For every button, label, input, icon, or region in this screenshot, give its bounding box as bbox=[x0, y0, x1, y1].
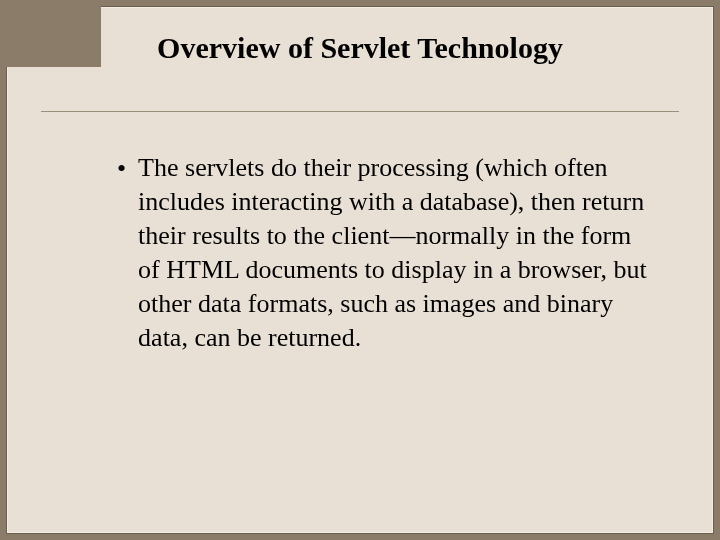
slide-content: • The servlets do their processing (whic… bbox=[117, 151, 653, 355]
slide-background: Overview of Servlet Technology • The ser… bbox=[6, 6, 714, 534]
bullet-text: The servlets do their processing (which … bbox=[138, 151, 653, 355]
slide-title: Overview of Servlet Technology bbox=[7, 31, 713, 65]
bullet-item: • The servlets do their processing (whic… bbox=[117, 151, 653, 355]
title-underline bbox=[41, 111, 679, 112]
bullet-marker: • bbox=[117, 152, 126, 186]
